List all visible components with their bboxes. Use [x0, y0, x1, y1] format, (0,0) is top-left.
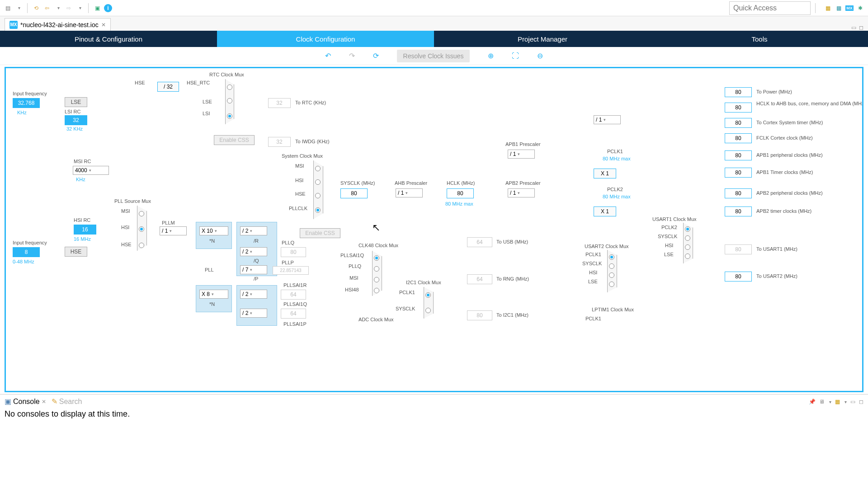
clk48-msi-radio[interactable]: [374, 277, 379, 282]
pllq-div-select[interactable]: / 2▾: [240, 247, 267, 256]
cortex-div-select[interactable]: / 1▾: [594, 115, 621, 124]
rtc-lsi-label: LSI: [203, 111, 210, 116]
i2c1-pclk1-radio[interactable]: [425, 292, 431, 298]
u1-hsi-radio[interactable]: [685, 244, 690, 250]
sys-hse-radio[interactable]: [315, 193, 321, 198]
sys-pllclk-radio[interactable]: [315, 207, 321, 213]
pllsai-n-select[interactable]: X 8▾: [199, 290, 228, 299]
apb1-pre-select[interactable]: / 1▾: [508, 150, 535, 159]
sysclk-val[interactable]: 80: [340, 188, 368, 198]
clk48-pllsai1q-radio[interactable]: [374, 255, 379, 261]
u1-lse-radio[interactable]: [685, 253, 690, 259]
u2-sysclk-radio[interactable]: [609, 263, 614, 269]
msi-freq-select[interactable]: 4000▾: [73, 166, 109, 175]
pin-icon[interactable]: 📌: [809, 399, 816, 405]
back-dropdown[interactable]: [54, 4, 62, 12]
usart1-val[interactable]: 80: [725, 244, 752, 254]
fit-screen-icon[interactable]: ⛶: [512, 52, 519, 60]
hclk-val[interactable]: 80: [447, 188, 474, 198]
lse-freq-input[interactable]: 32.768: [13, 98, 40, 108]
console-tab[interactable]: ▣ Console ✕: [5, 397, 46, 406]
hse-button[interactable]: HSE: [65, 247, 87, 257]
console-close-icon[interactable]: ✕: [42, 399, 46, 405]
u2-pclk1-radio[interactable]: [609, 254, 614, 260]
apb1-timer-val[interactable]: 80: [725, 168, 752, 178]
ahb-pre-select[interactable]: / 1▾: [396, 188, 423, 197]
rtc-mux-lse-radio[interactable]: [227, 98, 232, 103]
forward-icon[interactable]: ⇨: [65, 4, 73, 12]
mx-perspective-icon[interactable]: MX: [845, 4, 854, 12]
u2-hsi-radio[interactable]: [609, 272, 614, 278]
resolve-clock-button[interactable]: Resolve Clock Issues: [397, 50, 470, 62]
apb2-periph-val[interactable]: 80: [725, 188, 752, 198]
maximize-panel-icon[interactable]: ◻: [859, 399, 863, 405]
maximize-icon[interactable]: ◻: [859, 24, 863, 31]
zoom-in-icon[interactable]: ⊕: [488, 52, 494, 60]
ahb-bus-val[interactable]: 80: [725, 103, 752, 113]
pllr-select[interactable]: / 2▾: [240, 226, 267, 235]
i2c1-sysclk-radio[interactable]: [425, 308, 431, 313]
lse-button[interactable]: LSE: [65, 97, 87, 107]
minimize-icon[interactable]: ▭: [851, 24, 856, 31]
hclk-label: HCLK (MHz): [447, 180, 475, 186]
apb2-pre-select[interactable]: / 1▾: [508, 188, 535, 197]
display-icon[interactable]: 🖥: [819, 399, 825, 405]
reset-clock-icon[interactable]: ⟳: [373, 52, 379, 60]
u1-pclk2-radio[interactable]: [685, 226, 690, 232]
fclk-val[interactable]: 80: [725, 133, 752, 143]
tab-tools[interactable]: Tools: [651, 31, 868, 47]
usart2-val[interactable]: 80: [725, 272, 752, 282]
pll-hse-radio[interactable]: [139, 243, 144, 248]
minimize-panel-icon[interactable]: ▭: [850, 399, 855, 405]
pll-msi-radio[interactable]: [139, 211, 144, 216]
new-console-icon[interactable]: ▦: [835, 399, 840, 405]
u1-sysclk-radio[interactable]: [685, 235, 690, 241]
plln-select[interactable]: X 10▾: [199, 226, 228, 235]
clk48-hsi48-radio[interactable]: [374, 288, 379, 293]
main-nav-tabs: Pinout & Configuration Clock Configurati…: [0, 31, 868, 47]
u2-lse-radio[interactable]: [609, 282, 614, 287]
power-val[interactable]: 80: [725, 87, 752, 97]
editor-tab[interactable]: MX *nucleo-l432-ai-sine-test.ioc ✕: [5, 18, 111, 31]
new-dropdown[interactable]: [14, 4, 23, 12]
clock-canvas[interactable]: Input frequency 32.768 KHz LSE LSI RC 32…: [5, 67, 863, 392]
pllsai1r-div-select[interactable]: / 2▾: [240, 290, 267, 299]
zoom-out-icon[interactable]: ⊖: [537, 52, 543, 60]
info-icon[interactable]: i: [104, 4, 112, 12]
search-tab[interactable]: ✎ Search: [52, 397, 82, 406]
open-icon[interactable]: ▣: [93, 4, 101, 12]
forward-dropdown[interactable]: [75, 4, 84, 12]
redo-clock-icon[interactable]: ↷: [349, 52, 355, 60]
new-icon[interactable]: ▤: [4, 4, 12, 12]
back-icon[interactable]: ⇦: [43, 4, 51, 12]
rtc-mux-lsi-radio[interactable]: [227, 113, 232, 119]
hse-freq-input[interactable]: 8: [13, 247, 40, 257]
sys-enable-css-button[interactable]: Enable CSS: [300, 228, 340, 238]
undo-icon[interactable]: ⟲: [32, 4, 40, 12]
apb1-periph-val[interactable]: 80: [725, 150, 752, 160]
sys-msi-radio[interactable]: [315, 166, 321, 171]
undo-clock-icon[interactable]: ↶: [325, 52, 331, 60]
sys-hsi-radio[interactable]: [315, 179, 321, 185]
tab-clock-config[interactable]: Clock Configuration: [217, 31, 434, 47]
open-perspective-icon[interactable]: ▦: [824, 4, 832, 12]
close-tab-icon[interactable]: ✕: [101, 22, 106, 28]
pllm-select[interactable]: / 1▾: [160, 226, 187, 235]
tab-project-manager[interactable]: Project Manager: [434, 31, 651, 47]
tab-pinout[interactable]: Pinout & Configuration: [0, 31, 217, 47]
pllp-div-select[interactable]: / 7▾: [240, 265, 267, 274]
hse-label: HSE: [135, 80, 145, 85]
rtc-mux-hse-radio[interactable]: [227, 84, 232, 90]
debug-perspective-icon[interactable]: ✱: [856, 4, 864, 12]
apb2-timer-val[interactable]: 80: [725, 206, 752, 216]
cortex-timer-val[interactable]: 80: [725, 118, 752, 128]
new-console-dropdown[interactable]: [844, 399, 847, 405]
usart1-label: To USART1 (MHz): [756, 246, 797, 252]
quick-access-input[interactable]: [729, 1, 811, 15]
pll-hsi-radio[interactable]: [139, 226, 144, 232]
display-dropdown[interactable]: [828, 399, 831, 405]
pllsai1q-div-select[interactable]: / 2▾: [240, 309, 267, 318]
java-perspective-icon[interactable]: ▩: [835, 4, 843, 12]
rtc-enable-css-button[interactable]: Enable CSS: [214, 135, 255, 145]
clk48-pllq-radio[interactable]: [374, 266, 379, 272]
